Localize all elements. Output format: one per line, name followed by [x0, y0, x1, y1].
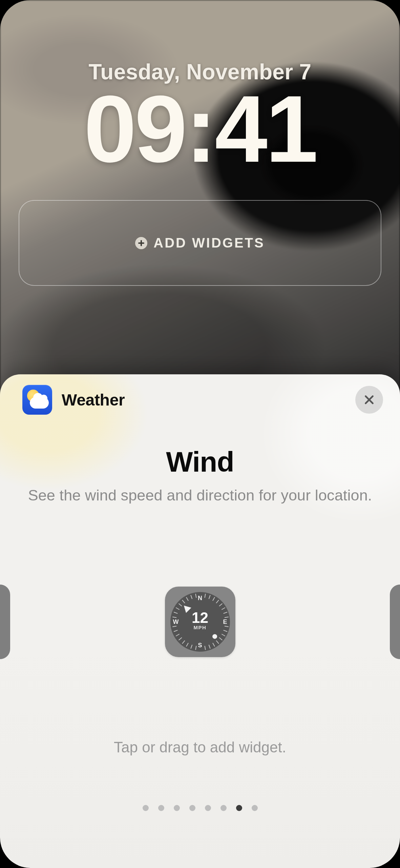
wind-widget-preview[interactable]: N S E W 12 MPH — [165, 587, 235, 657]
page-dots[interactable] — [0, 805, 400, 811]
add-widgets-button[interactable]: ADD WIDGETS — [19, 200, 381, 286]
page-dot[interactable] — [252, 805, 258, 811]
compass-cardinal-n: N — [198, 595, 202, 602]
widget-picker-sheet: Weather Wind See the wind speed and dire… — [0, 374, 400, 868]
wind-value: 12 MPH — [185, 610, 216, 630]
prev-widget-peek[interactable] — [0, 585, 10, 659]
compass-cardinal-e: E — [223, 618, 227, 626]
page-dot[interactable] — [236, 805, 242, 811]
plus-circle-icon — [135, 237, 147, 249]
close-button[interactable] — [355, 386, 383, 414]
page-dot[interactable] — [143, 805, 149, 811]
compass-cardinal-s: S — [198, 642, 202, 649]
widget-subheading: See the wind speed and direction for you… — [0, 487, 400, 504]
wind-compass: N S E W 12 MPH — [170, 592, 230, 652]
widget-heading: Wind — [0, 446, 400, 478]
page-dot[interactable] — [205, 805, 211, 811]
page-dot[interactable] — [158, 805, 164, 811]
close-icon — [363, 394, 375, 406]
wind-speed-number: 12 — [185, 610, 216, 625]
page-dot[interactable] — [174, 805, 180, 811]
page-dot[interactable] — [220, 805, 227, 811]
sheet-header: Weather — [0, 374, 400, 425]
page-dot[interactable] — [189, 805, 195, 811]
wind-speed-unit: MPH — [185, 625, 216, 630]
compass-cardinal-w: W — [173, 618, 179, 626]
widget-preview-carousel[interactable]: N S E W 12 MPH — [0, 578, 400, 666]
app-name-label: Weather — [62, 391, 125, 409]
drag-hint-label: Tap or drag to add widget. — [0, 739, 400, 756]
next-widget-peek[interactable] — [390, 585, 400, 659]
phone-screen: Tuesday, November 7 09:41 ADD WIDGETS We… — [0, 0, 400, 868]
add-widgets-label: ADD WIDGETS — [153, 235, 265, 251]
lock-screen-time[interactable]: 09:41 — [0, 81, 400, 176]
weather-app-icon — [22, 385, 52, 415]
